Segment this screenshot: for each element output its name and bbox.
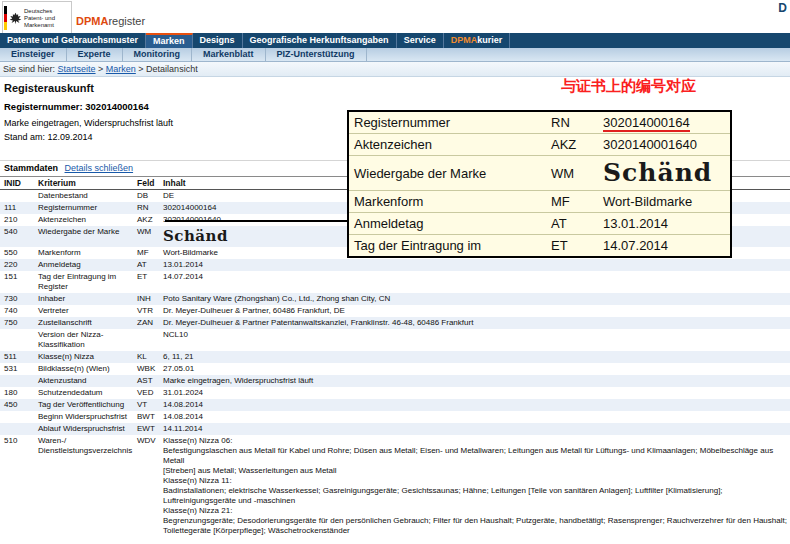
- nav-tab-marken[interactable]: Marken: [146, 33, 193, 48]
- logo-line-1: Deutsches: [24, 8, 70, 15]
- table-row-220: 220AnmeldetagAT13.01.2014: [0, 259, 790, 271]
- page-title: Registerauskunft: [4, 82, 173, 94]
- nav-tab-designs[interactable]: Designs: [193, 33, 243, 48]
- status-line: Marke eingetragen, Widerspruchsfrist läu…: [4, 118, 173, 128]
- brand-title: DPMAregister: [76, 15, 145, 27]
- stammdaten-label: Stammdaten: [4, 163, 58, 173]
- crumb-startseite[interactable]: Startseite: [58, 64, 96, 74]
- table-row-531: 531Bildklasse(n) (Wien)WBK27.05.01: [0, 363, 790, 375]
- primary-nav: Patente und GebrauchsmusterMarkenDesigns…: [0, 33, 790, 48]
- table-row-180: 180SchutzendedatumVED31.01.2024: [0, 387, 790, 399]
- col-kriterium: Kriterium: [38, 178, 137, 188]
- federal-eagle-icon: [9, 12, 22, 25]
- crumb-marken[interactable]: Marken: [106, 64, 136, 74]
- table-row-version-der-nizza-klassifikation: Version der Nizza-KlassifikationNCL10: [0, 329, 790, 351]
- logo-text: Deutsches Patent- und Markenamt: [24, 8, 70, 29]
- table-row-ablauf-widerspruchsfrist: Ablauf WiderspruchsfristEWT14.11.2014: [0, 423, 790, 435]
- nav-tab-geografische-herkunftsangaben[interactable]: Geografische Herkunftsangaben: [243, 33, 397, 48]
- table-row-151: 151Tag der Eintragung im RegisterET14.07…: [0, 271, 790, 293]
- zoom-callout-box: RegisternummerRN302014000164Aktenzeichen…: [347, 110, 732, 258]
- callout-row-anmeldetag: AnmeldetagAT13.01.2014: [349, 213, 730, 235]
- table-row-510: 510Waren-/ DienstleistungsverzeichnisWDV…: [0, 435, 790, 537]
- breadcrumb-prefix: Sie sind hier:: [3, 64, 58, 74]
- breadcrumb-items: Startseite > Marken > Detailansicht: [58, 64, 198, 74]
- dpma-register-page: Deutsches Patent- und Markenamt DPMAregi…: [0, 0, 790, 544]
- register-summary: Registerauskunft Registernummer: 3020140…: [4, 82, 173, 142]
- secondary-nav: EinsteigerExperteMonitoringMarkenblattPI…: [0, 48, 790, 62]
- callout-row-markenform: MarkenformMFWort-Bildmarke: [349, 191, 730, 213]
- callout-row-registernummer: RegisternummerRN302014000164: [349, 112, 730, 134]
- table-row-730: 730InhaberINHPoto Sanitary Ware (Zhongsh…: [0, 293, 790, 305]
- dpma-logo[interactable]: Deutsches Patent- und Markenamt: [2, 1, 72, 35]
- crumb-detailansicht: Detailansicht: [146, 64, 198, 74]
- table-row-beginn-widerspruchsfrist: Beginn WiderspruchsfristBWT14.08.2014: [0, 411, 790, 423]
- nav-tab-patente-und-gebrauchsmuster[interactable]: Patente und Gebrauchsmuster: [0, 33, 146, 48]
- nav-tab-dpmakurier[interactable]: DPMAkurier: [444, 33, 511, 48]
- german-flag-stripe: [4, 6, 7, 30]
- nav2-item-einsteiger[interactable]: Einsteiger: [0, 48, 67, 61]
- brand-register: register: [108, 15, 145, 27]
- breadcrumb: Sie sind hier: Startseite > Marken > Det…: [0, 62, 790, 77]
- callout-row-wiedergabe-der-marke: Wiedergabe der MarkeWMSchänd: [349, 156, 730, 191]
- stand-line: Stand am: 12.09.2014: [4, 132, 173, 142]
- nav2-item-experte[interactable]: Experte: [67, 48, 123, 61]
- table-row-511: 511Klasse(n) NizzaKL6, 11, 21: [0, 351, 790, 363]
- details-toggle-link[interactable]: Details schließen: [65, 163, 134, 173]
- callout-row-tag-der-eintragung-im: Tag der Eintragung imET14.07.2014: [349, 235, 730, 256]
- callout-table: RegisternummerRN302014000164Aktenzeichen…: [349, 112, 730, 256]
- nav2-item-markenblatt[interactable]: Markenblatt: [192, 48, 266, 61]
- top-right-text: D: [778, 1, 787, 15]
- nav-tab-service[interactable]: Service: [397, 33, 444, 48]
- table-row-aktenzustand: AktenzustandASTMarke eingetragen, Widers…: [0, 375, 790, 387]
- nav2-item-monitoring[interactable]: Monitoring: [123, 48, 193, 61]
- callout-row-aktenzeichen: AktenzeichenAKZ3020140001640: [349, 134, 730, 156]
- trademark-wordmark: Schänd: [603, 158, 712, 187]
- table-row-740: 740VertreterVTRDr. Meyer-Dulheuer & Part…: [0, 305, 790, 317]
- brand-dpma: DPMA: [76, 15, 108, 27]
- registernummer-line: Registernummer: 302014000164: [4, 101, 173, 112]
- col-inid: INID: [0, 178, 38, 188]
- logo-line-2: Patent- und Markenamt: [24, 15, 70, 29]
- annotation-connector-line: [165, 220, 347, 222]
- nav2-item-piz-unterst-tzung[interactable]: PIZ-Unterstützung: [266, 48, 367, 61]
- app-header: Deutsches Patent- und Markenamt DPMAregi…: [0, 0, 790, 33]
- table-row-450: 450Tag der VeröffentlichungVT14.08.2014: [0, 399, 790, 411]
- table-row-750: 750ZustellanschriftZANDr. Meyer-Dulheuer…: [0, 317, 790, 329]
- col-feld: Feld: [137, 178, 163, 188]
- chinese-annotation: 与证书上的编号对应: [561, 77, 696, 96]
